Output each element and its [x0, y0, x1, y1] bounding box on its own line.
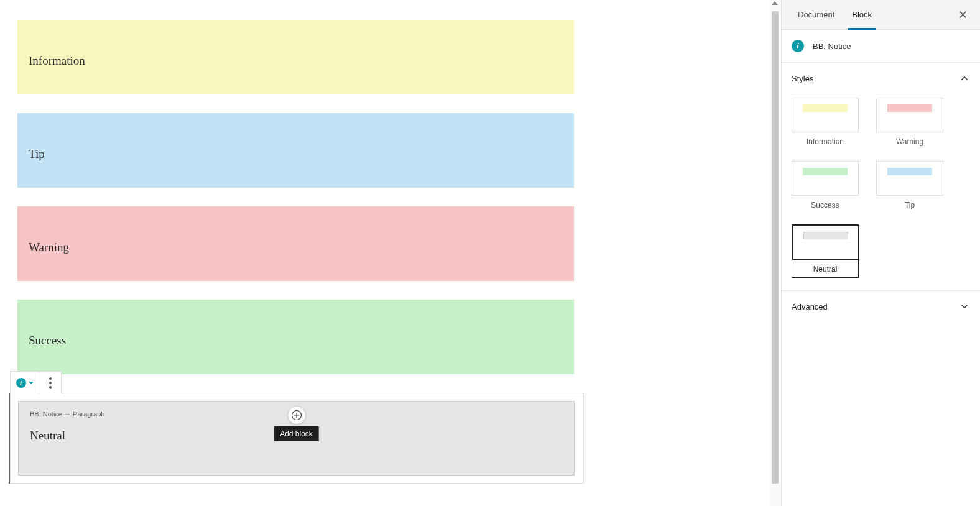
styles-panel-toggle[interactable]: Styles — [782, 63, 980, 94]
swatch-information — [803, 104, 848, 112]
notice-block-success[interactable]: Success — [17, 300, 574, 374]
advanced-panel: Advanced — [782, 290, 980, 322]
style-label: Neutral — [792, 265, 858, 277]
info-icon: i — [792, 40, 804, 52]
notice-block-tip[interactable]: Tip — [17, 113, 574, 188]
tab-label: Document — [798, 10, 834, 19]
style-option-warning[interactable]: Warning — [876, 98, 943, 146]
swatch-neutral — [803, 232, 848, 239]
add-block-button[interactable] — [287, 406, 306, 425]
chevron-down-icon — [959, 301, 970, 312]
notice-label: Tip — [29, 147, 45, 161]
notice-block-warning[interactable]: Warning — [17, 206, 574, 281]
style-label: Tip — [876, 201, 943, 209]
swatch-warning — [887, 104, 932, 112]
swatch-tip — [887, 168, 932, 175]
notice-label: Warning — [29, 241, 69, 254]
notice-block-neutral[interactable]: BB: Notice → Paragraph Neutral Add block — [18, 401, 575, 476]
style-preview — [792, 98, 859, 132]
styles-panel: Styles Information Warning Success — [782, 62, 980, 290]
panel-title: Styles — [792, 74, 813, 83]
more-vertical-icon — [49, 377, 52, 389]
info-icon: i — [16, 378, 26, 388]
settings-sidebar: Document Block ✕ i BB: Notice Styles — [781, 0, 980, 506]
style-preview — [876, 98, 943, 132]
scroll-up-icon — [772, 1, 778, 5]
notice-block-information[interactable]: Information — [17, 20, 574, 94]
chevron-down-icon — [29, 382, 34, 384]
style-option-success[interactable]: Success — [792, 161, 859, 209]
tab-block[interactable]: Block — [843, 0, 881, 30]
close-sidebar-button[interactable]: ✕ — [953, 5, 973, 25]
panel-title: Advanced — [792, 302, 828, 311]
notice-label: Information — [29, 54, 85, 68]
style-preview — [876, 161, 943, 196]
style-grid: Information Warning Success Tip — [792, 98, 970, 278]
plus-circle-icon — [291, 410, 302, 421]
style-option-tip[interactable]: Tip — [876, 161, 943, 209]
chevron-up-icon — [959, 73, 970, 84]
style-label: Information — [792, 137, 859, 146]
block-toolbar: i — [10, 371, 62, 393]
block-title: BB: Notice — [813, 42, 851, 51]
style-preview — [792, 225, 859, 260]
tab-label: Block — [852, 10, 872, 19]
scrollbar[interactable] — [770, 0, 781, 506]
style-label: Warning — [876, 137, 943, 146]
tab-document[interactable]: Document — [789, 0, 843, 30]
style-preview — [792, 161, 859, 196]
block-card: i BB: Notice — [782, 30, 980, 62]
advanced-panel-toggle[interactable]: Advanced — [782, 291, 980, 322]
notice-label: Success — [29, 334, 66, 347]
more-options-button[interactable] — [39, 372, 62, 394]
block-type-button[interactable]: i — [11, 372, 39, 394]
styles-panel-body: Information Warning Success Tip — [782, 94, 980, 290]
swatch-success — [803, 168, 848, 175]
style-option-neutral[interactable]: Neutral — [792, 224, 859, 278]
style-label: Success — [792, 201, 859, 209]
style-option-information[interactable]: Information — [792, 98, 859, 146]
selected-block-wrapper: i BB: Notice → Paragraph Neutral Add blo… — [9, 393, 584, 484]
editor-canvas: Information Tip Warning Success i — [0, 0, 770, 506]
close-icon: ✕ — [958, 8, 968, 22]
scroll-thumb[interactable] — [772, 11, 779, 484]
add-block-tooltip: Add block — [274, 426, 319, 441]
selected-block-outline[interactable]: BB: Notice → Paragraph Neutral Add block — [10, 393, 584, 484]
sidebar-tabs: Document Block ✕ — [782, 0, 980, 30]
